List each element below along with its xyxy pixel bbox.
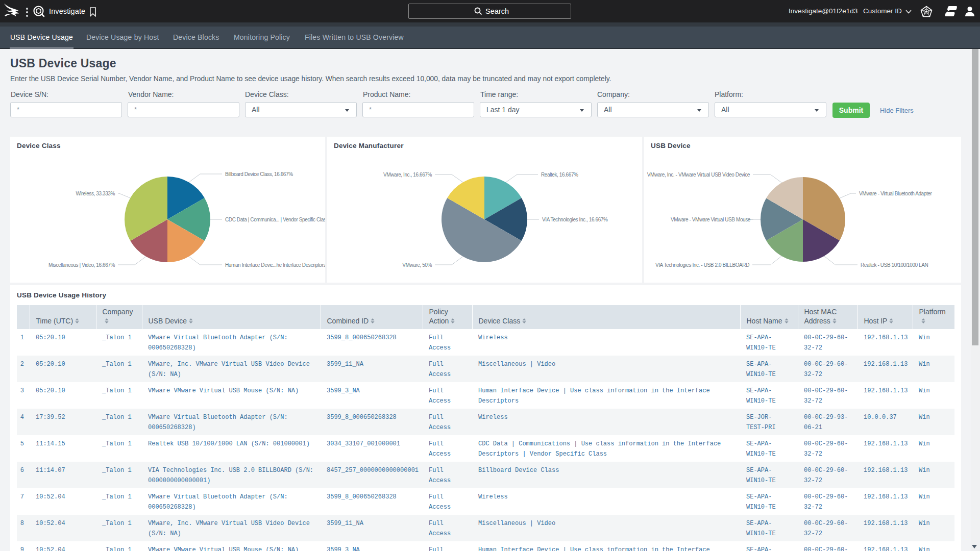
svg-text:Human Interface Devic...he Int: Human Interface Devic...he Interface Des… (225, 262, 325, 268)
svg-text:VMware, Inc., 16.667%: VMware, Inc., 16.667% (383, 172, 432, 178)
svg-text:Wireless, 33.333%: Wireless, 33.333% (76, 191, 115, 196)
svg-text:VMware - VMware Virtual USB Mo: VMware - VMware Virtual USB Mouse (671, 217, 751, 222)
svg-text:Realtek - USB 10/100/1000 LAN: Realtek - USB 10/100/1000 LAN (861, 262, 928, 268)
svg-text:VIA Technologies Inc., 16.667%: VIA Technologies Inc., 16.667% (542, 217, 608, 222)
svg-text:Miscellaneous | Video, 16.667%: Miscellaneous | Video, 16.667% (48, 262, 115, 268)
svg-text:Realtek, 16.667%: Realtek, 16.667% (541, 172, 578, 178)
svg-text:CDC Data | Communica... | Vend: CDC Data | Communica... | Vendor Specifi… (225, 217, 325, 222)
svg-text:VMware - Virtual Bluetooth Ada: VMware - Virtual Bluetooth Adapter (859, 191, 932, 196)
svg-text:Billboard Device Class, 16.667: Billboard Device Class, 16.667% (225, 171, 293, 177)
svg-text:VIA Technologies Inc. - USB 2.: VIA Technologies Inc. - USB 2.0 BILLBOAR… (655, 262, 749, 268)
svg-text:VMware, Inc. - VMware Virtual: VMware, Inc. - VMware Virtual USB Video … (647, 172, 750, 178)
svg-text:VMware, 50%: VMware, 50% (402, 262, 432, 268)
